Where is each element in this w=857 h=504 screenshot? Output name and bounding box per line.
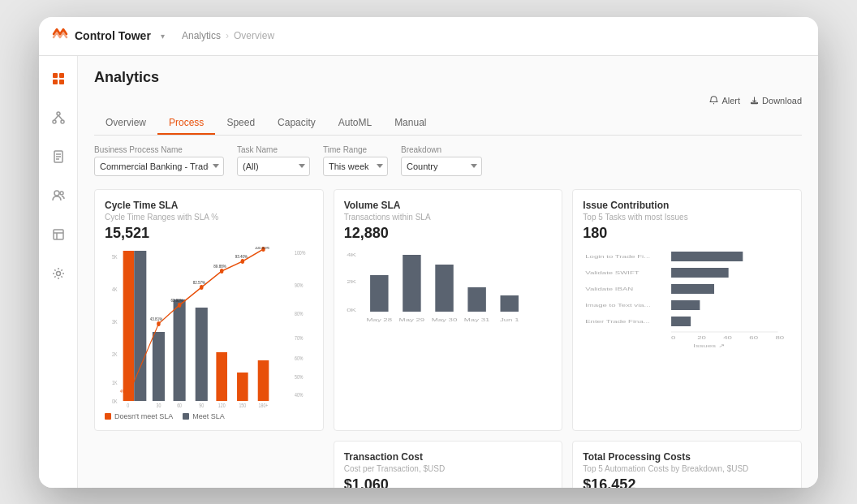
svg-rect-15 bbox=[54, 230, 63, 239]
cycle-time-legend: Doesn't meet SLA Meet SLA bbox=[105, 412, 313, 420]
svg-text:62.92%: 62.92% bbox=[171, 297, 184, 303]
cycle-time-chart: 5K 4K 3K 2K 1K 0K 100% 90% 80% 70% 60% bbox=[105, 247, 313, 409]
total-processing-card: Total Processing Costs Top 5 Automation … bbox=[572, 441, 802, 488]
svg-point-18 bbox=[56, 271, 60, 275]
svg-text:82.57%: 82.57% bbox=[193, 279, 206, 285]
breakdown-select[interactable]: Country bbox=[401, 157, 482, 176]
tabs: Overview Process Speed Capacity AutoML M… bbox=[94, 112, 802, 136]
svg-text:30: 30 bbox=[156, 402, 161, 408]
cycle-time-sla-card: Cycle Time SLA Cycle Time Ranges with SL… bbox=[94, 189, 324, 431]
svg-rect-83 bbox=[671, 284, 714, 294]
business-process-select[interactable]: Commercial Banking - Trade Finance bbox=[94, 157, 224, 176]
svg-text:Validate IBAN: Validate IBAN bbox=[586, 286, 634, 291]
svg-text:40%: 40% bbox=[295, 391, 304, 398]
svg-text:0K: 0K bbox=[347, 307, 357, 312]
svg-rect-35 bbox=[134, 251, 146, 401]
download-button[interactable]: Download bbox=[750, 96, 802, 106]
svg-text:2K: 2K bbox=[112, 351, 118, 357]
sidebar-item-network[interactable] bbox=[45, 105, 71, 131]
svg-text:Validate SWIFT: Validate SWIFT bbox=[586, 269, 640, 275]
svg-text:4%: 4% bbox=[120, 388, 126, 394]
svg-text:2K: 2K bbox=[347, 278, 357, 284]
svg-text:0: 0 bbox=[671, 334, 676, 340]
transaction-cost-value: $1,060 bbox=[344, 476, 553, 488]
svg-rect-34 bbox=[123, 251, 135, 401]
sidebar-item-users[interactable] bbox=[45, 183, 71, 209]
alert-button[interactable]: Alert bbox=[709, 96, 740, 106]
svg-text:60: 60 bbox=[177, 402, 182, 408]
sidebar-item-grid[interactable] bbox=[45, 66, 71, 92]
breadcrumb-parent: Analytics bbox=[182, 30, 221, 41]
svg-rect-38 bbox=[196, 308, 208, 401]
svg-text:90%: 90% bbox=[295, 282, 304, 288]
tab-process[interactable]: Process bbox=[157, 112, 215, 135]
total-processing-value: $16,452 bbox=[583, 476, 791, 488]
sidebar-item-box[interactable] bbox=[45, 222, 71, 248]
svg-text:Image to Text via...: Image to Text via... bbox=[586, 302, 651, 308]
svg-text:60: 60 bbox=[750, 334, 759, 340]
volume-sla-chart: 4K 2K 0K May 28 May 29 Ma bbox=[344, 247, 553, 352]
svg-rect-39 bbox=[216, 352, 227, 401]
top-bar: Control Tower ▾ Analytics › Overview bbox=[39, 17, 818, 56]
svg-text:Jun 1: Jun 1 bbox=[500, 317, 519, 322]
svg-line-8 bbox=[58, 115, 62, 120]
transaction-cost-title: Transaction Cost bbox=[344, 451, 553, 463]
sidebar-item-document[interactable] bbox=[45, 144, 71, 170]
svg-text:80%: 80% bbox=[295, 310, 304, 317]
main-area: Analytics Alert Download Overview Proces… bbox=[39, 56, 818, 488]
svg-text:5K: 5K bbox=[112, 253, 118, 260]
issue-contribution-card: Issue Contribution Top 5 Tasks with most… bbox=[572, 189, 802, 431]
svg-text:20: 20 bbox=[697, 334, 706, 340]
sidebar-item-settings[interactable] bbox=[45, 261, 71, 286]
svg-text:May 30: May 30 bbox=[431, 317, 457, 322]
svg-text:0K: 0K bbox=[112, 398, 118, 404]
svg-text:May 29: May 29 bbox=[398, 317, 424, 322]
svg-point-44 bbox=[178, 303, 182, 308]
svg-rect-67 bbox=[403, 255, 420, 312]
issue-contribution-value: 180 bbox=[583, 225, 791, 242]
filter-breakdown: Breakdown Country bbox=[401, 145, 482, 176]
svg-text:Login to Trade Fi...: Login to Trade Fi... bbox=[586, 253, 651, 259]
svg-rect-82 bbox=[671, 268, 729, 278]
svg-rect-2 bbox=[53, 80, 58, 84]
svg-rect-68 bbox=[435, 265, 453, 312]
svg-text:93.40%: 93.40% bbox=[235, 253, 248, 259]
svg-point-42 bbox=[127, 392, 131, 397]
tab-overview[interactable]: Overview bbox=[94, 112, 157, 135]
svg-text:43.81%: 43.81% bbox=[150, 316, 163, 321]
sidebar bbox=[39, 56, 78, 488]
task-name-select[interactable]: (All) bbox=[237, 157, 310, 176]
svg-text:0: 0 bbox=[127, 402, 129, 408]
svg-text:89.88%: 89.88% bbox=[213, 263, 226, 269]
app-title: Control Tower bbox=[75, 29, 151, 42]
tab-automl[interactable]: AutoML bbox=[327, 112, 383, 135]
logo-icon bbox=[52, 28, 68, 45]
svg-point-5 bbox=[53, 120, 56, 123]
svg-rect-41 bbox=[258, 360, 269, 401]
tab-manual[interactable]: Manual bbox=[383, 112, 437, 135]
svg-rect-66 bbox=[370, 275, 388, 312]
filter-time-range: Time Range This week bbox=[323, 145, 388, 176]
charts-bottom-row: Transaction Cost Cost per Transaction, $… bbox=[94, 441, 802, 488]
svg-point-6 bbox=[61, 120, 64, 123]
filters: Business Process Name Commercial Banking… bbox=[94, 145, 802, 176]
tab-speed[interactable]: Speed bbox=[215, 112, 266, 135]
logo-area: Control Tower ▾ bbox=[52, 28, 182, 45]
time-range-select[interactable]: This week bbox=[323, 157, 388, 176]
svg-text:60%: 60% bbox=[295, 355, 304, 361]
svg-text:120: 120 bbox=[218, 402, 226, 408]
svg-point-14 bbox=[60, 192, 63, 195]
breadcrumb-current: Overview bbox=[234, 30, 274, 41]
transaction-cost-subtitle: Cost per Transaction, $USD bbox=[344, 464, 553, 473]
volume-sla-title: Volume SLA bbox=[344, 200, 553, 211]
svg-text:100%: 100% bbox=[295, 249, 306, 256]
svg-text:70%: 70% bbox=[295, 334, 304, 341]
svg-rect-37 bbox=[174, 299, 186, 401]
tab-capacity[interactable]: Capacity bbox=[266, 112, 327, 135]
issue-contribution-title: Issue Contribution bbox=[583, 200, 791, 211]
svg-rect-36 bbox=[153, 332, 165, 401]
svg-rect-70 bbox=[500, 295, 518, 312]
svg-rect-20 bbox=[751, 102, 757, 103]
svg-rect-81 bbox=[671, 252, 743, 261]
breadcrumb-separator: › bbox=[226, 30, 229, 41]
